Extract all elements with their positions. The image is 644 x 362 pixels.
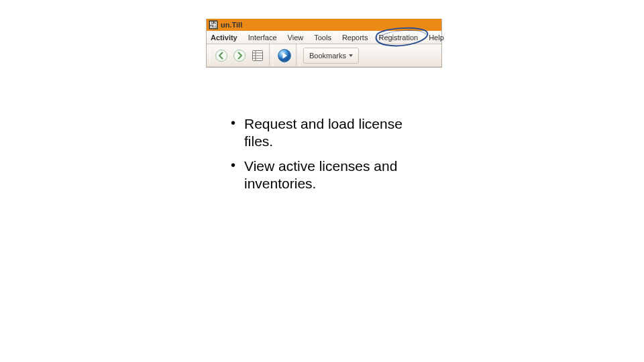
play-icon xyxy=(277,48,292,63)
app-icon: UN TILL xyxy=(209,20,218,29)
menu-view[interactable]: View xyxy=(282,31,309,44)
bullet-item: Request and load license files. xyxy=(240,115,421,151)
play-button[interactable] xyxy=(276,48,292,64)
bookmarks-group: Bookmarks xyxy=(299,44,362,66)
app-title: un.Till xyxy=(221,21,242,29)
bullet-item: View active licenses and inventories. xyxy=(240,158,421,193)
menu-tools[interactable]: Tools xyxy=(309,31,337,44)
menu-reports[interactable]: Reports xyxy=(337,31,374,44)
app-window: UN TILL un.Till Activity Interface View … xyxy=(206,19,442,68)
chevron-down-icon xyxy=(349,54,353,57)
table-button[interactable] xyxy=(250,48,266,64)
nav-group xyxy=(209,44,270,66)
menu-activity[interactable]: Activity xyxy=(207,31,243,44)
titlebar: UN TILL un.Till xyxy=(207,19,441,31)
menubar: Activity Interface View Tools Reports Re… xyxy=(207,31,441,44)
table-icon xyxy=(252,50,264,62)
bookmarks-dropdown[interactable]: Bookmarks xyxy=(303,48,359,64)
bookmarks-label: Bookmarks xyxy=(309,52,346,60)
menu-registration[interactable]: Registration xyxy=(373,31,423,44)
forward-icon xyxy=(233,49,246,62)
forward-button[interactable] xyxy=(231,48,248,64)
svg-point-1 xyxy=(234,50,246,61)
menu-interface[interactable]: Interface xyxy=(243,31,282,44)
toolbar: Bookmarks xyxy=(207,44,441,67)
svg-point-0 xyxy=(216,50,227,61)
menu-help[interactable]: Help xyxy=(423,31,449,44)
back-icon xyxy=(215,49,228,62)
play-group xyxy=(272,44,297,66)
slide-body: Request and load license files. View act… xyxy=(227,115,421,199)
back-button[interactable] xyxy=(213,48,229,64)
